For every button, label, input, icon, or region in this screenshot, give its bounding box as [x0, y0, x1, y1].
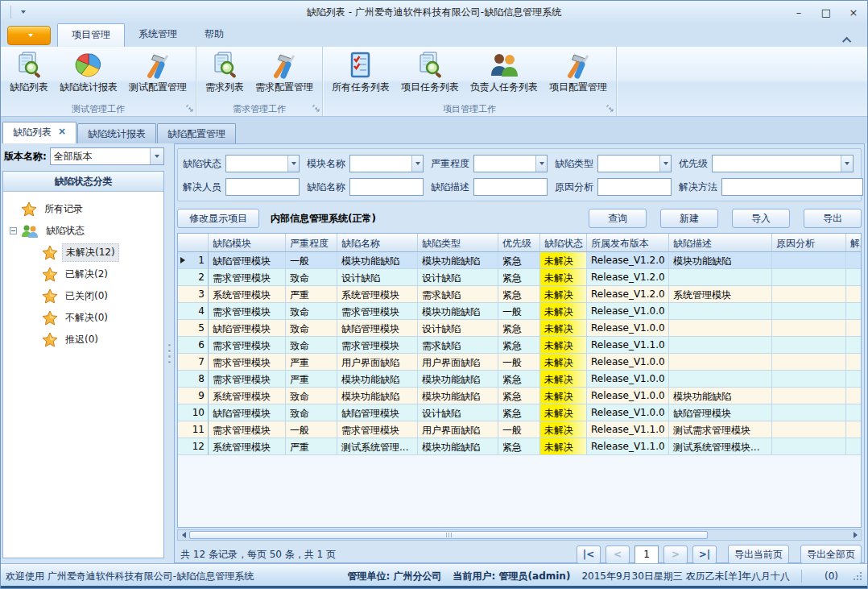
next-page-button[interactable]: > [663, 545, 688, 564]
filter-combo-value[interactable] [350, 156, 411, 172]
table-row[interactable]: 9系统管理模块致命模块功能缺陷模块功能缺陷紧急未解决Release_V1.0.0… [178, 388, 861, 404]
table-row[interactable]: 3系统管理模块严重系统管理模块需求缺陷紧急未解决Release_V1.2.0系统… [178, 286, 861, 303]
filter-combobox-严重程度[interactable] [473, 155, 548, 172]
filter-text-value[interactable] [722, 179, 862, 195]
ribbon-button-缺陷统计报表[interactable]: 缺陷统计报表 [54, 48, 123, 103]
action-button-导入[interactable]: 导入 [732, 209, 790, 228]
maximize-button[interactable]: □ [812, 3, 840, 21]
close-button[interactable]: × [840, 3, 867, 21]
grid-header-缺陷类型[interactable]: 缺陷类型 [418, 234, 498, 251]
tree-expander-icon[interactable] [10, 227, 17, 234]
filter-input-缺陷描述[interactable] [473, 178, 548, 196]
doc-tab-close-icon[interactable]: × [58, 126, 66, 137]
quick-access-caret-icon[interactable] [21, 10, 26, 14]
export-all-pages-button[interactable]: 导出全部页 [800, 545, 862, 564]
tree-item-已解决(2)[interactable]: 已解决(2) [5, 263, 162, 285]
filter-text-value[interactable] [474, 179, 547, 195]
table-row[interactable]: 6需求管理模块致命需求管理模块需求缺陷紧急未解决Release_V1.1.0 [178, 337, 861, 354]
filter-input-原因分析[interactable] [597, 178, 672, 196]
grid-header-优先级[interactable]: 优先级 [498, 234, 540, 251]
doc-tab-缺陷列表[interactable]: 缺陷列表× [2, 122, 76, 143]
filter-combobox-模块名称[interactable] [349, 155, 424, 172]
tree-item-未解决(12)[interactable]: 未解决(12) [5, 242, 162, 263]
filter-combo-value[interactable] [713, 156, 841, 172]
filter-text-value[interactable] [226, 179, 299, 195]
ribbon-button-需求配置管理[interactable]: 需求配置管理 [250, 48, 319, 103]
filter-input-解决方法[interactable] [721, 178, 863, 196]
last-page-button[interactable]: >| [692, 545, 717, 564]
sidebar-splitter[interactable] [164, 143, 174, 563]
action-button-新建[interactable]: 新建 [660, 209, 718, 228]
combo-dropdown-button[interactable] [411, 156, 423, 172]
tree-item-已关闭(0)[interactable]: 已关闭(0) [5, 285, 162, 307]
ribbon-button-负责人任务列表[interactable]: 负责人任务列表 [465, 48, 544, 103]
table-row[interactable]: 12系统管理模块严重测试系统管理...模块功能缺陷紧急未解决Release_V1… [178, 438, 861, 455]
table-row[interactable]: 2需求管理模块致命设计缺陷设计缺陷紧急未解决Release_V1.2.0 [178, 269, 861, 286]
dialog-launcher-icon[interactable] [186, 103, 193, 114]
combo-dropdown-button[interactable] [535, 156, 547, 172]
dialog-launcher-icon[interactable] [312, 103, 320, 114]
table-row[interactable]: 11需求管理模块一般需求管理模块用户界面缺陷一般未解决Release_V1.1.… [178, 421, 861, 438]
action-button-查询[interactable]: 查询 [589, 209, 647, 228]
filter-input-缺陷名称[interactable] [349, 178, 424, 196]
ribbon-button-项目任务列表[interactable]: 项目任务列表 [395, 48, 465, 103]
grid-header-缺陷描述[interactable]: 缺陷描述 [669, 234, 772, 251]
doc-tab-缺陷统计报表[interactable]: 缺陷统计报表 [77, 123, 156, 143]
table-row[interactable]: 10缺陷管理模块致命缺陷管理模块设计缺陷紧急未解决Release_V1.0.0缺… [178, 404, 861, 421]
scrollbar-thumb[interactable] [189, 531, 708, 539]
combo-dropdown-button[interactable] [659, 156, 671, 172]
tree-item-缺陷状态[interactable]: 缺陷状态 [5, 220, 162, 242]
ribbon-button-缺陷列表[interactable]: 缺陷列表 [4, 48, 54, 103]
doc-tab-缺陷配置管理[interactable]: 缺陷配置管理 [157, 123, 236, 143]
grid-header-解决方法[interactable]: 解决方法 [846, 234, 862, 251]
table-row[interactable]: 5缺陷管理模块致命缺陷管理模块设计缺陷紧急未解决Release_V1.0.0 [178, 320, 861, 337]
first-page-button[interactable]: |< [577, 545, 601, 564]
resize-grip[interactable] [853, 571, 862, 581]
export-current-page-button[interactable]: 导出当前页 [728, 545, 789, 564]
dialog-launcher-icon[interactable] [606, 103, 614, 114]
tree-item-推迟(0)[interactable]: 推迟(0) [5, 329, 162, 350]
ribbon-tab-项目管理[interactable]: 项目管理 [57, 23, 125, 47]
ribbon-button-所有任务列表[interactable]: 所有任务列表 [326, 48, 395, 103]
grid-header-原因分析[interactable]: 原因分析 [772, 234, 846, 251]
ribbon-button-项目配置管理[interactable]: 项目配置管理 [544, 48, 613, 103]
horizontal-scrollbar[interactable] [177, 529, 862, 541]
scroll-left-icon[interactable] [178, 530, 189, 540]
grid-header-缺陷名称[interactable]: 缺陷名称 [337, 234, 418, 251]
filter-combobox-优先级[interactable] [712, 155, 854, 172]
action-button-导出[interactable]: 导出 [804, 209, 862, 228]
grid-header-缺陷模块[interactable]: 缺陷模块 [209, 234, 286, 251]
filter-text-value[interactable] [598, 179, 671, 195]
table-row[interactable]: 8需求管理模块严重模块功能缺陷模块功能缺陷紧急未解决Release_V1.0.0 [178, 371, 861, 388]
filter-combo-value[interactable] [474, 156, 535, 172]
filter-text-value[interactable] [350, 179, 423, 195]
page-number-input[interactable] [634, 545, 659, 564]
scroll-right-icon[interactable] [849, 530, 861, 540]
minimize-button[interactable]: – [785, 3, 812, 21]
modify-columns-button[interactable]: 修改显示项目 [177, 209, 259, 228]
filter-combo-value[interactable] [226, 156, 287, 172]
combo-dropdown-button[interactable] [287, 156, 299, 172]
prev-page-button[interactable]: < [606, 545, 630, 564]
table-row[interactable]: 7需求管理模块严重用户界面缺陷用户界面缺陷一般未解决Release_V1.0.0 [178, 354, 861, 371]
grid-header-严重程度[interactable]: 严重程度 [286, 234, 337, 251]
tree-item-不解决(0)[interactable]: 不解决(0) [5, 307, 162, 329]
version-combobox[interactable]: 全部版本 [50, 147, 164, 165]
combo-dropdown-button[interactable] [841, 156, 853, 172]
filter-combobox-缺陷类型[interactable] [597, 155, 672, 172]
grid-header-所属发布版本[interactable]: 所属发布版本 [587, 234, 669, 251]
filter-input-解决人员[interactable] [225, 178, 300, 196]
ribbon-tab-系统管理[interactable]: 系统管理 [125, 23, 191, 47]
app-menu-button[interactable] [7, 26, 51, 45]
table-row[interactable]: 4需求管理模块致命需求管理模块模块功能缺陷一般未解决Release_V1.0.0 [178, 303, 861, 320]
filter-combobox-缺陷状态[interactable] [225, 155, 300, 172]
ribbon-tab-帮助[interactable]: 帮助 [191, 23, 238, 47]
version-dropdown-button[interactable] [150, 148, 163, 164]
ribbon-button-需求列表[interactable]: 需求列表 [200, 48, 250, 103]
ribbon-button-测试配置管理[interactable]: 测试配置管理 [123, 48, 192, 103]
table-row[interactable]: 1缺陷管理模块一般模块功能缺陷模块功能缺陷紧急未解决Release_V1.2.0… [178, 252, 861, 269]
filter-combo-value[interactable] [598, 156, 659, 172]
tree-item-所有记录[interactable]: 所有记录 [5, 198, 162, 220]
ribbon-collapse-icon[interactable] [842, 37, 851, 46]
grid-header-缺陷状态[interactable]: 缺陷状态 [540, 234, 587, 251]
